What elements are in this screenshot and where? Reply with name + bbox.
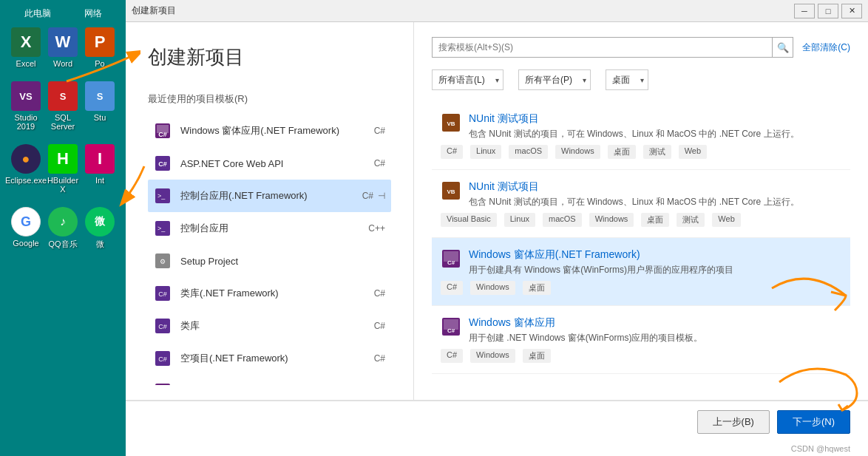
svg-text:C#: C# [158, 290, 167, 298]
result-item-header: C# Windows 窗体应用 用于创建 .NET Windows 窗体(Win… [441, 316, 841, 344]
result-item-body: NUnit 测试项目 包含 NUnit 测试的项目，可在 Windows、Lin… [469, 112, 799, 140]
svg-text:>_: >_ [157, 192, 166, 200]
search-box: 🔍 [432, 37, 793, 58]
stu-label: Stu [94, 113, 106, 122]
template-icon: C# [154, 350, 172, 367]
result-item-body: Windows 窗体应用 用于创建 .NET Windows 窗体(WinFor… [469, 316, 702, 344]
result-item[interactable]: VB NUnit 测试项目 包含 NUnit 测试的项目，可在 Windows、… [432, 170, 850, 238]
vs-label: Studio 2019 [8, 113, 44, 131]
desktop-icon-int[interactable]: I Int [82, 144, 118, 194]
svg-text:>_: >_ [157, 225, 166, 232]
result-tag: 桌面 [523, 281, 551, 295]
result-icon: VB [441, 180, 461, 201]
close-button[interactable]: ✕ [841, 4, 862, 18]
result-tag: Linux [470, 145, 501, 159]
template-item[interactable]: C# ASP.NET Core Web API C# [148, 147, 391, 180]
int-icon: I [85, 144, 115, 174]
template-icon: C# [154, 317, 172, 335]
desktop-icon-po[interactable]: P Po [82, 27, 118, 68]
pin-icon: ⊣ [378, 191, 385, 201]
template-item[interactable]: C# 类库 C# [148, 310, 391, 342]
maximize-button[interactable]: □ [818, 4, 838, 18]
desktop-icon-google[interactable]: G Google [8, 207, 44, 250]
template-item[interactable]: C# 空项目(.NET Framework) C# [148, 342, 391, 375]
minimize-button[interactable]: ─ [794, 4, 815, 18]
template-item[interactable]: C# Windows 窗体应用(.NET Framework) C# [148, 115, 391, 147]
template-item[interactable]: ⚙ Setup Project [148, 245, 391, 277]
result-item[interactable]: C# Windows 窗体应用(.NET Framework) 用于创建具有 W… [432, 238, 850, 306]
result-item-header: VB NUnit 测试项目 包含 NUnit 测试的项目，可在 Windows、… [441, 112, 841, 140]
excel-icon: X [11, 27, 41, 57]
desktop-icon-excel[interactable]: X Excel [8, 27, 44, 68]
hbuilder-icon: H [48, 144, 78, 174]
template-lang: C# [374, 288, 385, 299]
result-item-body: NUnit 测试项目 包含 NUnit 测试的项目，可在 Windows、Lin… [469, 180, 799, 208]
result-tags: C#Windows桌面 [441, 349, 841, 363]
type-filter[interactable]: 桌面 [606, 69, 648, 90]
desktop: 此电脑 网络 X Excel W Word P Po VS Studio 201… [0, 0, 126, 456]
result-item-body: Windows 窗体应用(.NET Framework) 用于创建具有 Wind… [469, 248, 733, 276]
desktop-icon-qq[interactable]: ♪ QQ音乐 [45, 207, 81, 250]
title-bar-text: 创建新项目 [132, 4, 176, 17]
result-icon: VB [441, 112, 461, 133]
search-button[interactable]: 🔍 [772, 37, 793, 58]
template-icon: ⚙ [154, 252, 172, 270]
desktop-icon-sql[interactable]: S SQL Server [45, 81, 81, 131]
template-name: 空项目(.NET Framework) [180, 352, 367, 365]
template-icon: C# [154, 285, 172, 302]
result-item[interactable]: C# Windows 窗体应用 用于创建 .NET Windows 窗体(Win… [432, 306, 850, 374]
eclipse-label: Eclipse.exe [5, 176, 47, 185]
next-button[interactable]: 下一步(N) [777, 410, 850, 434]
result-tag: Windows [470, 281, 515, 295]
result-icon: C# [441, 248, 461, 269]
desktop-icons-row-2: VS Studio 2019 S SQL Server S Stu [7, 81, 118, 131]
template-icon: C# [154, 122, 172, 140]
result-item-header: VB NUnit 测试项目 包含 NUnit 测试的项目，可在 Windows、… [441, 180, 841, 208]
result-tag: C# [441, 281, 463, 295]
eclipse-icon: ● [11, 144, 41, 174]
left-panel: 创建新项目 最近使用的项目模板(R) C# Windows 窗体应用(.NET … [126, 22, 414, 400]
template-name: 类库(.NET Framework) [180, 287, 367, 300]
qq-label: QQ音乐 [48, 239, 77, 250]
desktop-icons-row-3: ● Eclipse.exe H HBuilder X I Int [7, 144, 118, 194]
desktop-icon-wechat[interactable]: 微 微 [82, 207, 118, 250]
desktop-icon-eclipse[interactable]: ● Eclipse.exe [8, 144, 44, 194]
hbuilder-label: HBuilder X [45, 176, 81, 194]
template-item[interactable]: >_ 控制台应用 C++ [148, 212, 391, 245]
result-tag: 测试 [677, 213, 705, 227]
template-item[interactable]: C# Windows 窗体应用 C# [148, 375, 391, 385]
result-title: Windows 窗体应用 [469, 316, 702, 330]
platform-filter[interactable]: 所有平台(P) [518, 69, 591, 90]
search-input[interactable] [433, 39, 772, 55]
template-lang: C# [362, 191, 373, 201]
create-project-dialog: 创建新项目 ─ □ ✕ 创建新项目 最近使用的项目模板(R) C# Window… [126, 0, 868, 456]
template-item[interactable]: >_ 控制台应用(.NET Framework) C# ⊣ [148, 180, 391, 212]
desktop-icon-stu[interactable]: S Stu [82, 81, 118, 131]
po-label: Po [95, 59, 104, 68]
back-button[interactable]: 上一步(B) [697, 410, 770, 434]
template-item[interactable]: C# 类库(.NET Framework) C# [148, 277, 391, 310]
svg-text:⚙: ⚙ [160, 258, 166, 265]
result-item[interactable]: VB NUnit 测试项目 包含 NUnit 测试的项目，可在 Windows、… [432, 102, 850, 170]
right-panel: 🔍 全部清除(C) 所有语言(L) 所有平台(P) [414, 22, 868, 400]
int-label: Int [95, 176, 104, 185]
desktop-icon-hbuilder[interactable]: H HBuilder X [45, 144, 81, 194]
wechat-label: 微 [96, 239, 104, 250]
language-filter[interactable]: 所有语言(L) [432, 69, 503, 90]
clear-all-button[interactable]: 全部清除(C) [802, 41, 850, 54]
result-item-header: C# Windows 窗体应用(.NET Framework) 用于创建具有 W… [441, 248, 841, 276]
svg-text:C#: C# [447, 327, 455, 334]
svg-text:C#: C# [158, 323, 167, 330]
language-filter-wrapper: 所有语言(L) [432, 69, 503, 90]
template-lang: C++ [368, 223, 385, 234]
svg-text:C#: C# [447, 259, 455, 266]
svg-text:C#: C# [158, 355, 167, 363]
desktop-icon-word[interactable]: W Word [45, 27, 81, 68]
excel-label: Excel [16, 59, 36, 68]
dialog-content: 创建新项目 最近使用的项目模板(R) C# Windows 窗体应用(.NET … [126, 22, 868, 400]
desktop-icons-row-1: X Excel W Word P Po [7, 27, 118, 68]
result-tag: Visual Basic [441, 213, 497, 227]
desktop-icon-vs[interactable]: VS Studio 2019 [8, 81, 44, 131]
template-lang: C# [374, 353, 385, 364]
result-tag: Web [712, 213, 740, 227]
